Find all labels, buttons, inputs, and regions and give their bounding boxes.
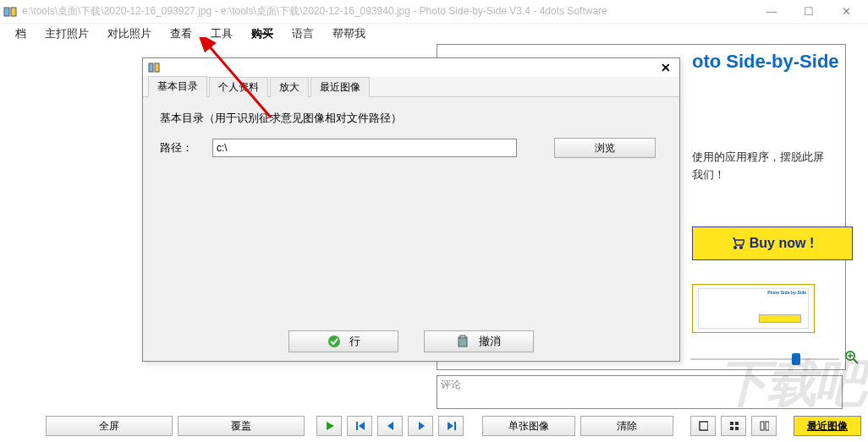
svg-rect-20 xyxy=(761,422,764,430)
svg-rect-22 xyxy=(149,63,153,72)
path-input[interactable] xyxy=(212,139,517,157)
dialog-titlebar: ✕ xyxy=(143,58,679,77)
fullscreen-button[interactable]: 全屏 xyxy=(46,416,173,436)
svg-rect-23 xyxy=(155,63,159,72)
svg-rect-1 xyxy=(11,8,16,16)
window-title: e:\tools\桌面\下载\2020-12-16_093927.jpg - e… xyxy=(22,4,753,19)
comment-input[interactable]: 评论 xyxy=(437,375,843,409)
svg-marker-12 xyxy=(419,422,425,430)
dialog-buttons: 行 撤消 xyxy=(143,330,679,352)
layout-split-button[interactable] xyxy=(751,416,777,436)
tab-basic-directory[interactable]: 基本目录 xyxy=(148,76,207,97)
zoom-slider[interactable] xyxy=(690,358,839,360)
zoom-slider-area xyxy=(690,347,860,367)
tab-zoom[interactable]: 放大 xyxy=(270,77,309,97)
svg-rect-17 xyxy=(735,422,739,425)
buy-now-button[interactable]: Buy now ! xyxy=(692,226,853,260)
cart-icon xyxy=(731,237,744,250)
menu-file[interactable]: 档 xyxy=(8,25,33,43)
svg-rect-14 xyxy=(454,422,456,430)
svg-rect-15 xyxy=(700,422,708,430)
dialog-heading: 基本目录（用于识别征求意见图像相对文件路径） xyxy=(160,111,662,126)
magnify-icon[interactable] xyxy=(844,350,860,365)
first-icon xyxy=(354,420,365,432)
dialog-body: 基本目录（用于识别征求意见图像相对文件路径） 路径： 浏览 xyxy=(143,97,679,172)
svg-marker-10 xyxy=(359,422,365,430)
svg-point-3 xyxy=(739,246,743,249)
svg-marker-8 xyxy=(327,422,334,430)
cancel-button[interactable]: 撤消 xyxy=(424,330,534,352)
ok-button[interactable]: 行 xyxy=(288,330,398,352)
minimize-button[interactable]: — xyxy=(753,0,790,24)
check-icon xyxy=(327,335,341,348)
svg-rect-19 xyxy=(735,427,739,430)
svg-point-24 xyxy=(328,336,340,347)
last-icon xyxy=(446,420,456,432)
menu-language[interactable]: 语言 xyxy=(285,25,321,43)
svg-rect-26 xyxy=(460,336,465,338)
svg-marker-13 xyxy=(448,422,453,430)
dialog-tabs: 基本目录 个人资料 放大 最近图像 xyxy=(143,77,679,97)
first-button[interactable] xyxy=(347,416,372,436)
cover-button[interactable]: 覆盖 xyxy=(178,416,305,436)
svg-rect-18 xyxy=(730,427,733,430)
promo-text: 使用的应用程序，摆脱此屏 我们！ xyxy=(692,149,861,184)
svg-marker-11 xyxy=(387,422,393,430)
screenshot-thumbnail[interactable]: Photo Side-by-Side xyxy=(692,284,815,333)
tab-profile[interactable]: 个人资料 xyxy=(209,77,268,97)
layout-grid-button[interactable] xyxy=(721,416,746,436)
window-controls: — ☐ ✕ xyxy=(753,0,865,24)
dialog-icon xyxy=(148,62,160,74)
options-dialog: ✕ 基本目录 个人资料 放大 最近图像 基本目录（用于识别征求意见图像相对文件路… xyxy=(142,57,680,362)
menubar: 档 主打照片 对比照片 查看 工具 购买 语言 帮帮我 xyxy=(0,24,868,44)
bottom-toolbar: 全屏 覆盖 单张图像 清除 最近图像 xyxy=(0,413,868,439)
svg-rect-25 xyxy=(459,337,467,347)
svg-rect-0 xyxy=(4,8,9,16)
clear-button[interactable]: 清除 xyxy=(580,416,673,436)
close-button[interactable]: ✕ xyxy=(827,0,865,24)
svg-point-2 xyxy=(733,246,737,249)
svg-rect-9 xyxy=(356,422,358,430)
menu-main-photo[interactable]: 主打照片 xyxy=(38,25,96,43)
menu-help[interactable]: 帮帮我 xyxy=(326,25,372,43)
path-label: 路径： xyxy=(160,140,202,156)
last-button[interactable] xyxy=(438,416,464,436)
split-icon xyxy=(759,420,769,432)
right-panel: oto Side-by-Side 使用的应用程序，摆脱此屏 我们！ Buy no… xyxy=(692,51,861,333)
next-button[interactable] xyxy=(408,416,433,436)
menu-compare-photo[interactable]: 对比照片 xyxy=(101,25,158,43)
square-icon xyxy=(698,420,708,432)
menu-tools[interactable]: 工具 xyxy=(204,25,239,43)
prev-icon xyxy=(385,420,395,432)
tab-recent-images[interactable]: 最近图像 xyxy=(310,77,370,97)
play-button[interactable] xyxy=(316,416,342,436)
maximize-button[interactable]: ☐ xyxy=(790,0,827,24)
brand-title: oto Side-by-Side xyxy=(692,51,861,73)
next-icon xyxy=(415,420,426,432)
svg-line-5 xyxy=(854,359,858,363)
play-icon xyxy=(324,420,334,432)
recent-images-button[interactable]: 最近图像 xyxy=(794,416,861,436)
cancel-icon xyxy=(457,335,470,348)
svg-rect-21 xyxy=(766,422,769,430)
browse-button[interactable]: 浏览 xyxy=(554,138,656,158)
menu-buy[interactable]: 购买 xyxy=(244,25,280,43)
app-icon xyxy=(3,5,17,19)
grid-icon xyxy=(728,420,739,432)
titlebar: e:\tools\桌面\下载\2020-12-16_093927.jpg - e… xyxy=(0,0,868,24)
layout-single-button[interactable] xyxy=(690,416,716,436)
zoom-slider-thumb[interactable] xyxy=(792,353,800,365)
svg-rect-16 xyxy=(730,422,733,425)
single-image-button[interactable]: 单张图像 xyxy=(482,416,575,436)
menu-view[interactable]: 查看 xyxy=(163,25,199,43)
dialog-close-button[interactable]: ✕ xyxy=(657,61,674,74)
prev-button[interactable] xyxy=(377,416,403,436)
